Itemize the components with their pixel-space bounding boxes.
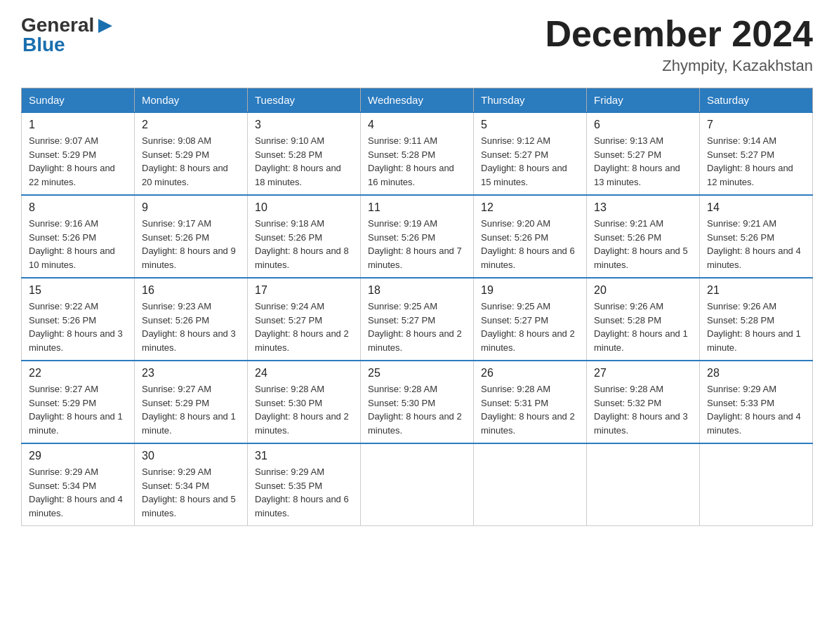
day-number: 15 bbox=[29, 284, 127, 297]
day-number: 27 bbox=[594, 367, 692, 380]
day-header-thursday: Thursday bbox=[474, 88, 587, 113]
day-number: 28 bbox=[707, 367, 805, 380]
day-number: 2 bbox=[142, 119, 240, 131]
day-number: 26 bbox=[481, 367, 579, 380]
day-number: 1 bbox=[29, 119, 127, 131]
day-info: Sunrise: 9:26 AMSunset: 5:28 PMDaylight:… bbox=[594, 300, 692, 354]
day-info: Sunrise: 9:29 AMSunset: 5:34 PMDaylight:… bbox=[142, 465, 240, 520]
logo-arrow-icon bbox=[95, 16, 115, 36]
day-info: Sunrise: 9:20 AMSunset: 5:26 PMDaylight:… bbox=[481, 217, 579, 271]
day-number: 31 bbox=[255, 450, 353, 462]
day-number: 12 bbox=[481, 201, 579, 214]
logo: General Blue bbox=[21, 14, 115, 56]
day-info: Sunrise: 9:24 AMSunset: 5:27 PMDaylight:… bbox=[255, 300, 353, 354]
month-title: December 2024 bbox=[545, 14, 813, 54]
day-info: Sunrise: 9:28 AMSunset: 5:31 PMDaylight:… bbox=[481, 382, 579, 437]
day-info: Sunrise: 9:17 AMSunset: 5:26 PMDaylight:… bbox=[142, 217, 240, 271]
calendar-cell: 3 Sunrise: 9:10 AMSunset: 5:28 PMDayligh… bbox=[248, 112, 361, 195]
day-number: 17 bbox=[255, 284, 353, 297]
day-number: 16 bbox=[142, 284, 240, 297]
day-number: 13 bbox=[594, 201, 692, 214]
day-number: 5 bbox=[481, 119, 579, 131]
day-info: Sunrise: 9:19 AMSunset: 5:26 PMDaylight:… bbox=[368, 217, 466, 271]
day-info: Sunrise: 9:22 AMSunset: 5:26 PMDaylight:… bbox=[29, 300, 127, 354]
calendar-cell bbox=[700, 443, 813, 526]
calendar-cell: 2 Sunrise: 9:08 AMSunset: 5:29 PMDayligh… bbox=[135, 112, 248, 195]
day-info: Sunrise: 9:27 AMSunset: 5:29 PMDaylight:… bbox=[142, 382, 240, 437]
calendar-cell: 20 Sunrise: 9:26 AMSunset: 5:28 PMDaylig… bbox=[587, 278, 700, 361]
week-row-4: 22 Sunrise: 9:27 AMSunset: 5:29 PMDaylig… bbox=[22, 361, 813, 443]
calendar-cell: 1 Sunrise: 9:07 AMSunset: 5:29 PMDayligh… bbox=[22, 112, 135, 195]
week-row-1: 1 Sunrise: 9:07 AMSunset: 5:29 PMDayligh… bbox=[22, 112, 813, 195]
calendar-cell: 15 Sunrise: 9:22 AMSunset: 5:26 PMDaylig… bbox=[22, 278, 135, 361]
day-info: Sunrise: 9:14 AMSunset: 5:27 PMDaylight:… bbox=[707, 134, 805, 189]
day-header-wednesday: Wednesday bbox=[361, 88, 474, 113]
day-info: Sunrise: 9:27 AMSunset: 5:29 PMDaylight:… bbox=[29, 382, 127, 437]
day-info: Sunrise: 9:29 AMSunset: 5:33 PMDaylight:… bbox=[707, 382, 805, 437]
calendar-cell: 5 Sunrise: 9:12 AMSunset: 5:27 PMDayligh… bbox=[474, 112, 587, 195]
day-number: 3 bbox=[255, 119, 353, 131]
day-info: Sunrise: 9:10 AMSunset: 5:28 PMDaylight:… bbox=[255, 134, 353, 189]
day-number: 9 bbox=[142, 201, 240, 214]
calendar-header: SundayMondayTuesdayWednesdayThursdayFrid… bbox=[22, 88, 813, 113]
day-info: Sunrise: 9:28 AMSunset: 5:30 PMDaylight:… bbox=[368, 382, 466, 437]
days-of-week-row: SundayMondayTuesdayWednesdayThursdayFrid… bbox=[22, 88, 813, 113]
calendar-cell: 12 Sunrise: 9:20 AMSunset: 5:26 PMDaylig… bbox=[474, 195, 587, 278]
calendar-cell: 25 Sunrise: 9:28 AMSunset: 5:30 PMDaylig… bbox=[361, 361, 474, 443]
title-block: December 2024 Zhympity, Kazakhstan bbox=[545, 14, 813, 75]
day-number: 20 bbox=[594, 284, 692, 297]
calendar-cell: 9 Sunrise: 9:17 AMSunset: 5:26 PMDayligh… bbox=[135, 195, 248, 278]
calendar-cell: 4 Sunrise: 9:11 AMSunset: 5:28 PMDayligh… bbox=[361, 112, 474, 195]
day-info: Sunrise: 9:12 AMSunset: 5:27 PMDaylight:… bbox=[481, 134, 579, 189]
week-row-3: 15 Sunrise: 9:22 AMSunset: 5:26 PMDaylig… bbox=[22, 278, 813, 361]
page-header: General Blue December 2024 Zhympity, Kaz… bbox=[21, 14, 813, 75]
calendar-cell: 7 Sunrise: 9:14 AMSunset: 5:27 PMDayligh… bbox=[700, 112, 813, 195]
day-info: Sunrise: 9:08 AMSunset: 5:29 PMDaylight:… bbox=[142, 134, 240, 189]
calendar-cell: 27 Sunrise: 9:28 AMSunset: 5:32 PMDaylig… bbox=[587, 361, 700, 443]
day-number: 8 bbox=[29, 201, 127, 214]
day-header-monday: Monday bbox=[135, 88, 248, 113]
day-info: Sunrise: 9:13 AMSunset: 5:27 PMDaylight:… bbox=[594, 134, 692, 189]
day-info: Sunrise: 9:28 AMSunset: 5:32 PMDaylight:… bbox=[594, 382, 692, 437]
day-info: Sunrise: 9:28 AMSunset: 5:30 PMDaylight:… bbox=[255, 382, 353, 437]
calendar-cell: 16 Sunrise: 9:23 AMSunset: 5:26 PMDaylig… bbox=[135, 278, 248, 361]
day-info: Sunrise: 9:16 AMSunset: 5:26 PMDaylight:… bbox=[29, 217, 127, 271]
calendar-cell bbox=[587, 443, 700, 526]
svg-marker-0 bbox=[98, 19, 112, 33]
calendar-cell bbox=[361, 443, 474, 526]
day-number: 21 bbox=[707, 284, 805, 297]
calendar-cell: 11 Sunrise: 9:19 AMSunset: 5:26 PMDaylig… bbox=[361, 195, 474, 278]
day-number: 7 bbox=[707, 119, 805, 131]
day-info: Sunrise: 9:18 AMSunset: 5:26 PMDaylight:… bbox=[255, 217, 353, 271]
day-number: 18 bbox=[368, 284, 466, 297]
week-row-2: 8 Sunrise: 9:16 AMSunset: 5:26 PMDayligh… bbox=[22, 195, 813, 278]
day-info: Sunrise: 9:26 AMSunset: 5:28 PMDaylight:… bbox=[707, 300, 805, 354]
day-number: 10 bbox=[255, 201, 353, 214]
calendar-cell: 26 Sunrise: 9:28 AMSunset: 5:31 PMDaylig… bbox=[474, 361, 587, 443]
day-number: 14 bbox=[707, 201, 805, 214]
calendar-cell: 28 Sunrise: 9:29 AMSunset: 5:33 PMDaylig… bbox=[700, 361, 813, 443]
day-number: 24 bbox=[255, 367, 353, 380]
calendar-cell: 18 Sunrise: 9:25 AMSunset: 5:27 PMDaylig… bbox=[361, 278, 474, 361]
calendar-cell: 21 Sunrise: 9:26 AMSunset: 5:28 PMDaylig… bbox=[700, 278, 813, 361]
day-info: Sunrise: 9:21 AMSunset: 5:26 PMDaylight:… bbox=[594, 217, 692, 271]
calendar-cell: 31 Sunrise: 9:29 AMSunset: 5:35 PMDaylig… bbox=[248, 443, 361, 526]
calendar-cell bbox=[474, 443, 587, 526]
week-row-5: 29 Sunrise: 9:29 AMSunset: 5:34 PMDaylig… bbox=[22, 443, 813, 526]
day-info: Sunrise: 9:23 AMSunset: 5:26 PMDaylight:… bbox=[142, 300, 240, 354]
calendar-cell: 6 Sunrise: 9:13 AMSunset: 5:27 PMDayligh… bbox=[587, 112, 700, 195]
day-info: Sunrise: 9:29 AMSunset: 5:34 PMDaylight:… bbox=[29, 465, 127, 520]
day-number: 25 bbox=[368, 367, 466, 380]
calendar-cell: 17 Sunrise: 9:24 AMSunset: 5:27 PMDaylig… bbox=[248, 278, 361, 361]
calendar-cell: 24 Sunrise: 9:28 AMSunset: 5:30 PMDaylig… bbox=[248, 361, 361, 443]
calendar-cell: 8 Sunrise: 9:16 AMSunset: 5:26 PMDayligh… bbox=[22, 195, 135, 278]
calendar-cell: 19 Sunrise: 9:25 AMSunset: 5:27 PMDaylig… bbox=[474, 278, 587, 361]
day-number: 4 bbox=[368, 119, 466, 131]
day-header-sunday: Sunday bbox=[22, 88, 135, 113]
location: Zhympity, Kazakhstan bbox=[545, 57, 813, 75]
day-info: Sunrise: 9:21 AMSunset: 5:26 PMDaylight:… bbox=[707, 217, 805, 271]
day-number: 30 bbox=[142, 450, 240, 462]
day-number: 11 bbox=[368, 201, 466, 214]
day-header-saturday: Saturday bbox=[700, 88, 813, 113]
calendar-cell: 30 Sunrise: 9:29 AMSunset: 5:34 PMDaylig… bbox=[135, 443, 248, 526]
